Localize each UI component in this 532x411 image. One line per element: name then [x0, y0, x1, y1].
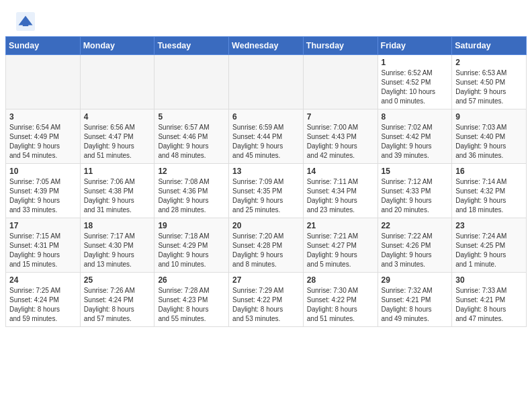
day-info: Sunrise: 7:11 AM Sunset: 4:34 PM Dayligh…	[307, 177, 374, 215]
calendar-day-cell	[80, 55, 154, 109]
calendar-day-cell: 19Sunrise: 7:18 AM Sunset: 4:29 PM Dayli…	[154, 218, 229, 273]
calendar-day-cell: 26Sunrise: 7:28 AM Sunset: 4:23 PM Dayli…	[154, 273, 229, 327]
day-info: Sunrise: 7:14 AM Sunset: 4:32 PM Dayligh…	[455, 177, 523, 215]
day-number: 6	[232, 112, 300, 122]
day-number: 29	[382, 275, 449, 285]
calendar-day-cell	[303, 55, 378, 109]
calendar-week-row: 1Sunrise: 6:52 AM Sunset: 4:52 PM Daylig…	[6, 55, 527, 109]
weekday-header-cell: Tuesday	[154, 37, 229, 55]
calendar-day-cell: 17Sunrise: 7:15 AM Sunset: 4:31 PM Dayli…	[6, 218, 81, 273]
day-info: Sunrise: 6:53 AM Sunset: 4:50 PM Dayligh…	[455, 68, 523, 106]
page-header	[0, 0, 532, 36]
calendar-day-cell: 13Sunrise: 7:09 AM Sunset: 4:35 PM Dayli…	[229, 164, 304, 218]
calendar-body: 1Sunrise: 6:52 AM Sunset: 4:52 PM Daylig…	[6, 55, 527, 327]
day-info: Sunrise: 7:32 AM Sunset: 4:21 PM Dayligh…	[382, 286, 449, 324]
day-info: Sunrise: 7:24 AM Sunset: 4:25 PM Dayligh…	[455, 232, 523, 269]
day-info: Sunrise: 7:20 AM Sunset: 4:28 PM Dayligh…	[232, 232, 300, 269]
day-number: 17	[9, 221, 77, 230]
day-info: Sunrise: 6:52 AM Sunset: 4:52 PM Dayligh…	[382, 68, 449, 106]
weekday-header-row: SundayMondayTuesdayWednesdayThursdayFrid…	[6, 37, 527, 55]
day-info: Sunrise: 7:28 AM Sunset: 4:23 PM Dayligh…	[158, 286, 225, 324]
calendar-day-cell: 21Sunrise: 7:21 AM Sunset: 4:27 PM Dayli…	[303, 218, 378, 273]
day-info: Sunrise: 7:05 AM Sunset: 4:39 PM Dayligh…	[9, 177, 77, 215]
day-number: 26	[158, 275, 225, 285]
calendar-day-cell: 23Sunrise: 7:24 AM Sunset: 4:25 PM Dayli…	[452, 218, 527, 273]
calendar-header: SundayMondayTuesdayWednesdayThursdayFrid…	[6, 37, 527, 55]
day-info: Sunrise: 7:17 AM Sunset: 4:30 PM Dayligh…	[84, 232, 151, 269]
day-number: 21	[307, 221, 374, 230]
day-number: 25	[84, 275, 151, 285]
day-info: Sunrise: 7:02 AM Sunset: 4:42 PM Dayligh…	[382, 123, 449, 161]
day-number: 10	[9, 167, 77, 176]
day-number: 9	[455, 112, 523, 122]
calendar-day-cell: 14Sunrise: 7:11 AM Sunset: 4:34 PM Dayli…	[303, 164, 378, 218]
calendar-day-cell: 22Sunrise: 7:22 AM Sunset: 4:26 PM Dayli…	[378, 218, 452, 273]
weekday-header-cell: Monday	[80, 37, 154, 55]
calendar-wrap: SundayMondayTuesdayWednesdayThursdayFrid…	[0, 36, 532, 332]
calendar-week-row: 10Sunrise: 7:05 AM Sunset: 4:39 PM Dayli…	[6, 164, 527, 218]
day-number: 12	[158, 167, 225, 176]
logo-icon	[16, 12, 35, 31]
day-info: Sunrise: 7:09 AM Sunset: 4:35 PM Dayligh…	[232, 177, 300, 215]
calendar-day-cell: 3Sunrise: 6:54 AM Sunset: 4:49 PM Daylig…	[6, 109, 81, 164]
weekday-header-cell: Wednesday	[229, 37, 304, 55]
calendar-day-cell: 9Sunrise: 7:03 AM Sunset: 4:40 PM Daylig…	[452, 109, 527, 164]
day-info: Sunrise: 7:12 AM Sunset: 4:33 PM Dayligh…	[382, 177, 449, 215]
calendar-table: SundayMondayTuesdayWednesdayThursdayFrid…	[5, 36, 527, 327]
calendar-day-cell	[6, 55, 81, 109]
day-number: 3	[9, 112, 77, 122]
day-info: Sunrise: 7:18 AM Sunset: 4:29 PM Dayligh…	[158, 232, 225, 269]
day-number: 2	[455, 58, 523, 67]
calendar-day-cell: 4Sunrise: 6:56 AM Sunset: 4:47 PM Daylig…	[80, 109, 154, 164]
day-number: 20	[232, 221, 300, 230]
calendar-day-cell: 20Sunrise: 7:20 AM Sunset: 4:28 PM Dayli…	[229, 218, 304, 273]
day-info: Sunrise: 6:57 AM Sunset: 4:46 PM Dayligh…	[158, 123, 225, 161]
calendar-day-cell: 2Sunrise: 6:53 AM Sunset: 4:50 PM Daylig…	[452, 55, 527, 109]
calendar-day-cell: 12Sunrise: 7:08 AM Sunset: 4:36 PM Dayli…	[154, 164, 229, 218]
day-number: 8	[382, 112, 449, 122]
calendar-day-cell	[154, 55, 229, 109]
day-info: Sunrise: 7:06 AM Sunset: 4:38 PM Dayligh…	[84, 177, 151, 215]
day-number: 24	[9, 275, 77, 285]
day-number: 1	[382, 58, 449, 67]
day-number: 19	[158, 221, 225, 230]
day-number: 22	[382, 221, 449, 230]
day-number: 18	[84, 221, 151, 230]
day-number: 14	[307, 167, 374, 176]
day-number: 15	[382, 167, 449, 176]
day-number: 16	[455, 167, 523, 176]
calendar-day-cell: 30Sunrise: 7:33 AM Sunset: 4:21 PM Dayli…	[452, 273, 527, 327]
day-info: Sunrise: 7:33 AM Sunset: 4:21 PM Dayligh…	[455, 286, 523, 324]
day-info: Sunrise: 7:22 AM Sunset: 4:26 PM Dayligh…	[382, 232, 449, 269]
calendar-day-cell: 6Sunrise: 6:59 AM Sunset: 4:44 PM Daylig…	[229, 109, 304, 164]
calendar-day-cell: 28Sunrise: 7:30 AM Sunset: 4:22 PM Dayli…	[303, 273, 378, 327]
day-number: 11	[84, 167, 151, 176]
day-number: 5	[158, 112, 225, 122]
calendar-day-cell: 18Sunrise: 7:17 AM Sunset: 4:30 PM Dayli…	[80, 218, 154, 273]
weekday-header-cell: Friday	[378, 37, 452, 55]
calendar-week-row: 3Sunrise: 6:54 AM Sunset: 4:49 PM Daylig…	[6, 109, 527, 164]
day-info: Sunrise: 6:59 AM Sunset: 4:44 PM Dayligh…	[232, 123, 300, 161]
day-info: Sunrise: 7:03 AM Sunset: 4:40 PM Dayligh…	[455, 123, 523, 161]
calendar-day-cell: 11Sunrise: 7:06 AM Sunset: 4:38 PM Dayli…	[80, 164, 154, 218]
calendar-day-cell: 10Sunrise: 7:05 AM Sunset: 4:39 PM Dayli…	[6, 164, 81, 218]
day-number: 27	[232, 275, 300, 285]
calendar-day-cell: 8Sunrise: 7:02 AM Sunset: 4:42 PM Daylig…	[378, 109, 452, 164]
weekday-header-cell: Thursday	[303, 37, 378, 55]
day-info: Sunrise: 7:26 AM Sunset: 4:24 PM Dayligh…	[84, 286, 151, 324]
calendar-week-row: 17Sunrise: 7:15 AM Sunset: 4:31 PM Dayli…	[6, 218, 527, 273]
day-info: Sunrise: 7:29 AM Sunset: 4:22 PM Dayligh…	[232, 286, 300, 324]
weekday-header-cell: Sunday	[6, 37, 81, 55]
day-info: Sunrise: 7:15 AM Sunset: 4:31 PM Dayligh…	[9, 232, 77, 269]
day-info: Sunrise: 7:21 AM Sunset: 4:27 PM Dayligh…	[307, 232, 374, 269]
day-info: Sunrise: 6:56 AM Sunset: 4:47 PM Dayligh…	[84, 123, 151, 161]
calendar-week-row: 24Sunrise: 7:25 AM Sunset: 4:24 PM Dayli…	[6, 273, 527, 327]
calendar-day-cell: 27Sunrise: 7:29 AM Sunset: 4:22 PM Dayli…	[229, 273, 304, 327]
calendar-day-cell: 7Sunrise: 7:00 AM Sunset: 4:43 PM Daylig…	[303, 109, 378, 164]
calendar-day-cell: 25Sunrise: 7:26 AM Sunset: 4:24 PM Dayli…	[80, 273, 154, 327]
calendar-day-cell: 5Sunrise: 6:57 AM Sunset: 4:46 PM Daylig…	[154, 109, 229, 164]
day-number: 13	[232, 167, 300, 176]
calendar-day-cell: 24Sunrise: 7:25 AM Sunset: 4:24 PM Dayli…	[6, 273, 81, 327]
svg-rect-2	[23, 21, 28, 26]
calendar-day-cell: 16Sunrise: 7:14 AM Sunset: 4:32 PM Dayli…	[452, 164, 527, 218]
